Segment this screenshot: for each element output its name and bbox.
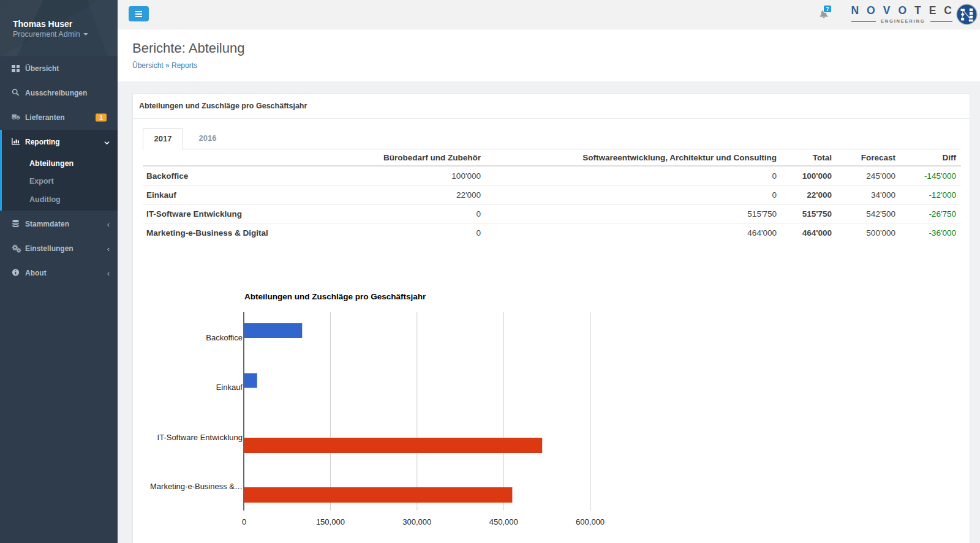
svg-text:150,000: 150,000: [316, 517, 345, 526]
svg-text:Einkauf: Einkauf: [216, 383, 243, 392]
svg-text:600,000: 600,000: [576, 517, 605, 526]
svg-text:450,000: 450,000: [489, 517, 518, 526]
svg-text:300,000: 300,000: [402, 517, 431, 526]
svg-text:IT-Software Entwicklung: IT-Software Entwicklung: [157, 433, 243, 442]
svg-text:0: 0: [242, 517, 246, 526]
svg-text:Marketing-e-Business &…: Marketing-e-Business &…: [150, 482, 243, 491]
svg-text:Abteilungen und Zuschläge pro: Abteilungen und Zuschläge pro Geschäftsj…: [244, 292, 426, 301]
svg-text:Backoffice: Backoffice: [206, 333, 243, 342]
